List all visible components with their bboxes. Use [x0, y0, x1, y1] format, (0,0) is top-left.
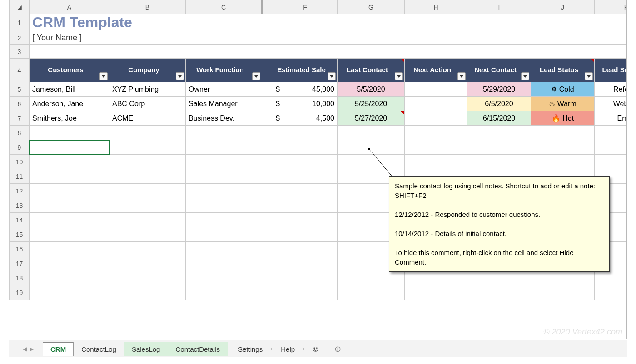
filter-icon[interactable]: [328, 72, 336, 80]
cell-last-contact[interactable]: 5/27/2020: [338, 111, 405, 126]
row-header-10[interactable]: 10: [10, 155, 30, 169]
header-next-contact[interactable]: Next Contact: [467, 59, 531, 82]
header-lead-source[interactable]: Lead Source: [595, 59, 627, 82]
empty-cell[interactable]: [467, 285, 531, 300]
cell-function[interactable]: Owner: [186, 82, 262, 97]
empty-cell[interactable]: [186, 184, 262, 198]
empty-cell[interactable]: [262, 184, 273, 198]
empty-cell[interactable]: [531, 126, 595, 140]
col-header-F[interactable]: F: [273, 0, 338, 14]
row-header-8[interactable]: 8: [10, 126, 30, 140]
col-header-C[interactable]: C: [186, 0, 262, 14]
filter-icon[interactable]: [521, 72, 529, 80]
sheet-tab-©[interactable]: ©: [305, 342, 326, 356]
empty-cell[interactable]: [273, 155, 338, 169]
cell-lead-source[interactable]: Referral: [595, 82, 627, 97]
filter-icon[interactable]: [457, 72, 466, 80]
empty-cell[interactable]: [273, 198, 338, 213]
filter-icon[interactable]: [176, 72, 184, 80]
empty-cell[interactable]: [273, 256, 338, 271]
empty-cell[interactable]: [405, 140, 467, 155]
empty-cell[interactable]: [186, 155, 262, 169]
row-header-7[interactable]: 7: [10, 111, 30, 126]
empty-cell[interactable]: [273, 285, 338, 300]
cell-last-contact[interactable]: 5/25/2020: [338, 97, 405, 111]
cell-customer[interactable]: Smithers, Joe: [30, 111, 109, 126]
row-header-2[interactable]: 2: [10, 31, 30, 45]
empty-cell[interactable]: [531, 271, 595, 285]
empty-cell[interactable]: [186, 285, 262, 300]
cell-company[interactable]: ACME: [109, 111, 186, 126]
empty-cell[interactable]: [30, 227, 109, 242]
cell-sale[interactable]: $4,500: [273, 111, 338, 126]
empty-cell[interactable]: [109, 155, 186, 169]
empty-cell[interactable]: [595, 285, 627, 300]
table-row[interactable]: 5 Jameson, Bill XYZ Plumbing Owner $45,0…: [10, 82, 627, 97]
filter-icon[interactable]: [99, 72, 108, 80]
table-row[interactable]: 6 Anderson, Jane ABC Corp Sales Manager …: [10, 97, 627, 111]
empty-cell[interactable]: [467, 155, 531, 169]
cell-lead-status[interactable]: 🔥 Hot: [531, 111, 595, 126]
empty-cell[interactable]: [338, 271, 405, 285]
empty-cell[interactable]: [405, 285, 467, 300]
cell-function[interactable]: Business Dev.: [186, 111, 262, 126]
empty-cell[interactable]: [186, 213, 262, 227]
tab-nav-arrows[interactable]: ◀▶: [23, 346, 34, 352]
row-header-11[interactable]: 11: [10, 169, 30, 184]
spreadsheet-grid[interactable]: ◢ A B C F G H I J K 1 CRM Template 2 [ Y…: [9, 0, 627, 339]
subtitle[interactable]: [ Your Name ]: [30, 31, 627, 45]
empty-row[interactable]: 10: [10, 155, 627, 169]
empty-cell[interactable]: [262, 256, 273, 271]
empty-cell[interactable]: [186, 227, 262, 242]
empty-cell[interactable]: [467, 271, 531, 285]
sheet-tab-saleslog[interactable]: SalesLog: [124, 342, 168, 356]
empty-cell[interactable]: [338, 285, 405, 300]
row-header-15[interactable]: 15: [10, 227, 30, 242]
empty-cell[interactable]: [273, 184, 338, 198]
empty-cell[interactable]: [186, 140, 262, 155]
empty-cell[interactable]: [273, 140, 338, 155]
add-sheet-button[interactable]: ⊕: [328, 343, 347, 355]
cell-sale[interactable]: $45,000: [273, 82, 338, 97]
empty-cell[interactable]: [30, 140, 109, 155]
filter-icon[interactable]: [252, 72, 260, 80]
empty-cell[interactable]: [109, 256, 186, 271]
empty-cell[interactable]: [262, 155, 273, 169]
cell-next-action[interactable]: [405, 97, 467, 111]
empty-cell[interactable]: [595, 126, 627, 140]
empty-cell[interactable]: [467, 140, 531, 155]
col-header-G[interactable]: G: [338, 0, 405, 14]
row-header-3[interactable]: 3: [10, 45, 30, 59]
empty-cell[interactable]: [30, 271, 109, 285]
empty-cell[interactable]: [30, 198, 109, 213]
col-header-K[interactable]: K: [595, 0, 627, 14]
sheet-tab-contactdetails[interactable]: ContactDetails: [168, 342, 228, 356]
header-work-function[interactable]: Work Function: [186, 59, 262, 82]
empty-row[interactable]: 9: [10, 140, 627, 155]
header-company[interactable]: Company: [109, 59, 186, 82]
empty-cell[interactable]: [109, 271, 186, 285]
empty-cell[interactable]: [109, 140, 186, 155]
empty-cell[interactable]: [109, 242, 186, 256]
sheet-tab-crm[interactable]: CRM: [43, 342, 74, 356]
empty-cell[interactable]: [109, 227, 186, 242]
cell-company[interactable]: XYZ Plumbing: [109, 82, 186, 97]
cell-company[interactable]: ABC Corp: [109, 97, 186, 111]
empty-cell[interactable]: [186, 198, 262, 213]
empty-cell[interactable]: [109, 198, 186, 213]
row-header-6[interactable]: 6: [10, 97, 30, 111]
empty-cell[interactable]: [262, 285, 273, 300]
col-header-H[interactable]: H: [405, 0, 467, 14]
empty-cell[interactable]: [109, 169, 186, 184]
empty-cell[interactable]: [262, 242, 273, 256]
empty-cell[interactable]: [262, 140, 273, 155]
empty-cell[interactable]: [467, 126, 531, 140]
cell-lead-source[interactable]: Website: [595, 97, 627, 111]
row-header-9[interactable]: 9: [10, 140, 30, 155]
empty-cell[interactable]: [405, 271, 467, 285]
header-lead-status[interactable]: Lead Status: [531, 59, 595, 82]
empty-cell[interactable]: [273, 271, 338, 285]
empty-cell[interactable]: [595, 271, 627, 285]
empty-cell[interactable]: [595, 155, 627, 169]
empty-cell[interactable]: [262, 198, 273, 213]
